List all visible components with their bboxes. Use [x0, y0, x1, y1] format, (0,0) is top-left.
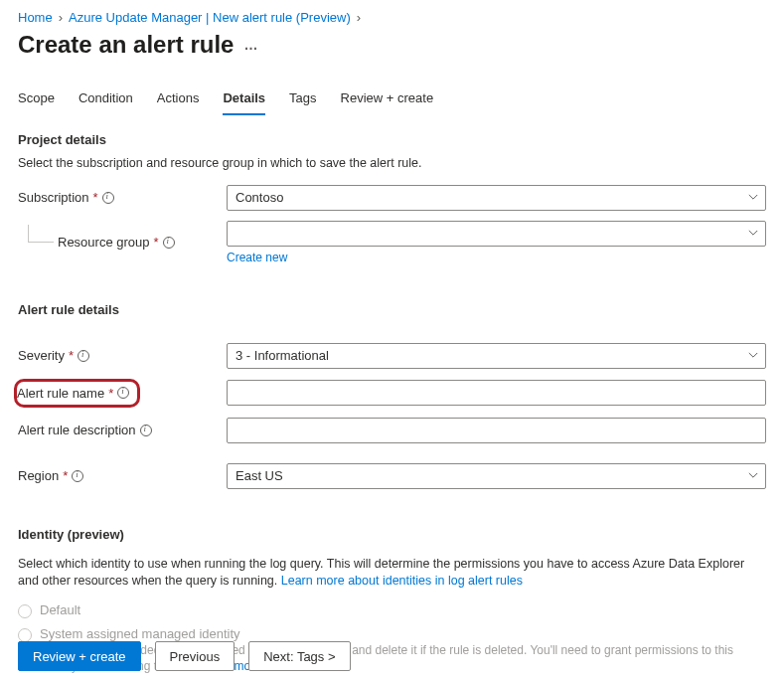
row-alert-name: Alert rule name * — [18, 379, 766, 408]
radio-default-row[interactable]: Default — [18, 602, 766, 618]
required-icon: * — [108, 386, 113, 401]
info-icon[interactable] — [117, 387, 129, 399]
label-resource-group: Resource group — [58, 235, 150, 250]
input-alert-name[interactable] — [227, 380, 766, 406]
row-subscription: Subscription * Contoso — [18, 185, 766, 211]
section-identity-desc: Select which identity to use when runnin… — [18, 556, 766, 591]
input-alert-desc[interactable] — [227, 418, 766, 443]
tab-details[interactable]: Details — [223, 85, 265, 115]
tab-scope[interactable]: Scope — [18, 85, 55, 115]
label-severity: Severity — [18, 348, 65, 363]
info-icon[interactable] — [163, 237, 175, 249]
select-resource-group[interactable] — [227, 221, 766, 247]
breadcrumb-home[interactable]: Home — [18, 10, 53, 25]
radio-default[interactable] — [18, 604, 32, 618]
next-button[interactable]: Next: Tags > — [248, 641, 350, 671]
tab-tags[interactable]: Tags — [289, 85, 316, 115]
required-icon: * — [69, 348, 74, 363]
info-icon[interactable] — [102, 192, 114, 204]
row-region: Region * East US — [18, 463, 766, 489]
required-icon: * — [93, 190, 98, 205]
info-icon[interactable] — [78, 350, 89, 362]
tab-review[interactable]: Review + create — [341, 85, 434, 115]
select-region-value: East US — [235, 468, 283, 483]
breadcrumb: Home › Azure Update Manager | New alert … — [18, 10, 766, 25]
tab-condition[interactable]: Condition — [78, 85, 133, 115]
section-alert-details-heading: Alert rule details — [18, 302, 766, 317]
section-identity-heading: Identity (preview) — [18, 527, 766, 542]
footer-actions: Review + create Previous Next: Tags > — [18, 641, 351, 671]
section-project-details-desc: Select the subscription and resource gro… — [18, 155, 766, 173]
row-severity: Severity * 3 - Informational — [18, 343, 766, 369]
tab-actions[interactable]: Actions — [157, 85, 200, 115]
radio-system-label: System assigned managed identity — [40, 626, 766, 641]
info-icon[interactable] — [140, 425, 152, 436]
section-project-details-heading: Project details — [18, 132, 766, 147]
select-region[interactable]: East US — [227, 463, 766, 489]
previous-button[interactable]: Previous — [155, 641, 235, 671]
page-title: Create an alert rule — [18, 31, 234, 59]
row-resource-group: Resource group * Create new — [18, 221, 766, 264]
select-subscription[interactable]: Contoso — [227, 185, 766, 211]
chevron-right-icon: › — [59, 10, 63, 25]
page-title-row: Create an alert rule … — [18, 31, 766, 59]
info-icon[interactable] — [72, 470, 83, 482]
label-subscription: Subscription — [18, 190, 89, 205]
select-subscription-value: Contoso — [235, 190, 283, 205]
label-alert-desc: Alert rule description — [18, 423, 136, 437]
link-create-new-rg[interactable]: Create new — [227, 251, 287, 264]
radio-system[interactable] — [18, 628, 32, 642]
tree-connector-icon — [28, 225, 54, 243]
tab-bar: Scope Condition Actions Details Tags Rev… — [18, 85, 766, 116]
select-severity[interactable]: 3 - Informational — [227, 343, 766, 369]
highlight-box: Alert rule name * — [14, 379, 140, 408]
label-alert-name: Alert rule name — [17, 386, 104, 401]
required-icon: * — [154, 235, 159, 250]
select-severity-value: 3 - Informational — [235, 348, 329, 363]
row-alert-desc: Alert rule description — [18, 418, 766, 443]
chevron-right-icon: › — [357, 10, 361, 25]
review-create-button[interactable]: Review + create — [18, 641, 141, 671]
more-actions-icon[interactable]: … — [243, 37, 258, 53]
link-identity-learn-more[interactable]: Learn more about identities in log alert… — [281, 574, 523, 588]
label-region: Region — [18, 468, 59, 483]
required-icon: * — [63, 468, 68, 483]
radio-default-label: Default — [40, 602, 80, 617]
breadcrumb-aum[interactable]: Azure Update Manager | New alert rule (P… — [69, 10, 351, 25]
